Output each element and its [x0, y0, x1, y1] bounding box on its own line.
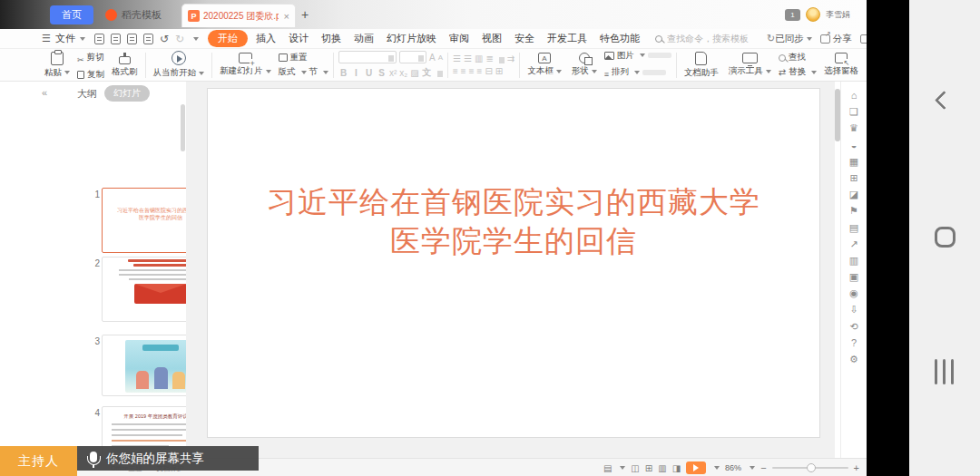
fill-color-icon[interactable]: ◒	[851, 141, 858, 151]
hamburger-icon[interactable]	[42, 33, 51, 44]
panel-scrollbar[interactable]	[181, 104, 185, 151]
file-menu[interactable]: 文件	[55, 32, 75, 45]
save-icon[interactable]	[94, 34, 104, 44]
download-icon[interactable]: ⇩	[849, 305, 858, 315]
zoom-slider[interactable]	[772, 467, 848, 469]
paste-button[interactable]: 粘贴	[42, 52, 73, 79]
underline-button: U	[364, 68, 374, 78]
member-badge[interactable]: 1	[785, 9, 800, 21]
format-painter-button[interactable]: 格式刷	[109, 53, 141, 78]
property-icon[interactable]: ⌂	[851, 91, 858, 101]
slide-title[interactable]: 习近平给在首钢医院实习的西藏大学 医学院学生的回信	[208, 182, 819, 260]
ribbon-tab-start[interactable]: 开始	[208, 30, 248, 47]
notes-chevron-icon[interactable]	[620, 466, 625, 472]
replace-button[interactable]: ⇄ 替换	[779, 66, 817, 78]
slides-tab[interactable]: 幻灯片	[104, 85, 150, 102]
normal-view-icon[interactable]: ◫	[631, 463, 639, 473]
text-tool-button: 文	[422, 66, 443, 79]
shapes-button[interactable]: 形状	[569, 53, 600, 77]
print-icon[interactable]	[127, 34, 137, 44]
document-tab[interactable]: P 20200225 团委欣.pptx ×	[181, 4, 296, 27]
slideshow-play-button[interactable]	[686, 461, 706, 474]
ribbon-tab-insert[interactable]: 插入	[250, 30, 282, 47]
apps-grid-icon[interactable]: ⊞	[849, 173, 858, 183]
textbox-button[interactable]: A 文本框	[524, 53, 564, 77]
copy-button[interactable]: 复制	[77, 69, 104, 81]
ribbon-tab-review[interactable]: 审阅	[443, 30, 475, 47]
file-menu-chevron-icon[interactable]	[80, 37, 85, 44]
history-icon[interactable]: ⟲	[849, 322, 858, 332]
present-tools-button[interactable]: 演示工具	[726, 53, 774, 77]
find-button[interactable]: 查找	[779, 52, 817, 63]
microphone-icon[interactable]	[90, 452, 97, 462]
avatar[interactable]	[806, 7, 820, 22]
zoom-out-button[interactable]: −	[760, 462, 766, 473]
ribbon-tab-security[interactable]: 安全	[508, 30, 541, 47]
template-tab[interactable]: 稻壳模板	[105, 5, 162, 24]
notes-icon[interactable]: ▤	[603, 463, 612, 473]
selection-pane-button[interactable]: 选择窗格	[821, 53, 861, 77]
outline-tab[interactable]: 大纲	[77, 87, 97, 101]
layout-button[interactable]: 版式	[279, 66, 307, 78]
screen-share-text: 你您娟的屏幕共享	[106, 451, 204, 467]
print-preview-icon[interactable]	[111, 34, 121, 44]
slide-sorter-icon[interactable]: ⊞	[645, 463, 652, 473]
comment-button[interactable]: 批注	[860, 33, 867, 45]
zoom-in-button[interactable]: +	[854, 462, 859, 473]
ribbon-toolbar: 粘贴 剪切 复制 格式刷 从当前开始	[0, 48, 867, 82]
search-input[interactable]	[667, 34, 767, 44]
layers-icon[interactable]: ❏	[849, 107, 858, 117]
ribbon-tab-animation[interactable]: 动画	[348, 30, 380, 47]
play-chevron-icon[interactable]	[714, 466, 720, 472]
doc-assistant-button[interactable]: 文档助手	[681, 52, 721, 79]
nav-home-icon[interactable]	[935, 227, 956, 248]
chart-icon[interactable]: ◪	[849, 189, 858, 199]
docer-vip-icon[interactable]: ♛	[849, 123, 858, 133]
close-tab-icon[interactable]: ×	[284, 11, 289, 22]
nav-recent-icon[interactable]	[935, 359, 954, 384]
template-tab-label: 稻壳模板	[122, 8, 162, 22]
ribbon-tab-view[interactable]: 视图	[475, 30, 508, 47]
ribbon-tab-design[interactable]: 设计	[282, 30, 315, 47]
cut-button[interactable]: 剪切	[77, 50, 104, 66]
album-icon[interactable]: ▤	[849, 223, 858, 233]
ribbon-tab-features[interactable]: 特色功能	[593, 30, 646, 47]
nav-back-icon[interactable]	[935, 91, 954, 110]
export-share-icon[interactable]: ↗	[849, 239, 858, 249]
settings-gear-icon[interactable]: ⚙	[849, 355, 858, 364]
section-button[interactable]: 节	[309, 66, 329, 78]
new-tab-button[interactable]: +	[301, 7, 309, 22]
sync-status[interactable]: 已同步	[767, 33, 812, 45]
ribbon-tab-slideshow[interactable]: 幻灯片放映	[380, 30, 443, 47]
flag-icon[interactable]: ⚑	[849, 206, 858, 216]
quick-access-chevron-icon[interactable]	[193, 37, 199, 44]
zoom-level[interactable]: 86%	[725, 463, 741, 472]
table-icon[interactable]: ▦	[849, 157, 858, 167]
zoom-chevron-icon[interactable]	[750, 466, 755, 472]
slide-thumbnail-1[interactable]: 习近平给在首钢医院实习的西藏大学 医学院学生的回信	[102, 188, 186, 253]
ribbon-tab-transition[interactable]: 切换	[315, 30, 348, 47]
reading-view-icon[interactable]: ▥	[658, 463, 666, 473]
calendar-icon[interactable]: ▥	[849, 256, 858, 266]
new-slide-button[interactable]: 新建幻灯片	[217, 53, 274, 77]
slide-thumbnail-2[interactable]	[102, 257, 186, 322]
slide-thumbnail-3[interactable]	[102, 335, 186, 396]
paragraph-group: ☰ ☰ ▥ ≣ ⇉ ≡ ≡ ≡ ≡ ⊟ ⊞	[453, 53, 514, 76]
reset-button[interactable]: 重置	[279, 52, 329, 63]
picture-panel-icon[interactable]: ▣	[849, 272, 858, 282]
share-button[interactable]: 分享	[820, 33, 852, 45]
arrange-button[interactable]: 排列	[604, 64, 640, 81]
undo-icon[interactable]	[160, 33, 169, 45]
picture-button[interactable]: 图片	[604, 50, 645, 62]
presenter-view-icon[interactable]: ◨	[672, 463, 681, 473]
host-badge[interactable]: 主持人	[0, 446, 77, 476]
sidebar-help-icon[interactable]: ?	[851, 338, 857, 348]
ribbon-tab-devtools[interactable]: 开发工具	[541, 30, 593, 47]
export-icon[interactable]	[143, 34, 153, 44]
zoom-slider-knob[interactable]	[807, 463, 816, 472]
slide-canvas[interactable]: 习近平给在首钢医院实习的西藏大学 医学院学生的回信	[207, 88, 820, 438]
play-from-current-button[interactable]: 从当前开始	[151, 51, 208, 79]
home-tab[interactable]: 首页	[50, 5, 93, 24]
arrange-label: 排列	[612, 66, 629, 78]
audio-icon[interactable]: ◉	[849, 288, 858, 298]
